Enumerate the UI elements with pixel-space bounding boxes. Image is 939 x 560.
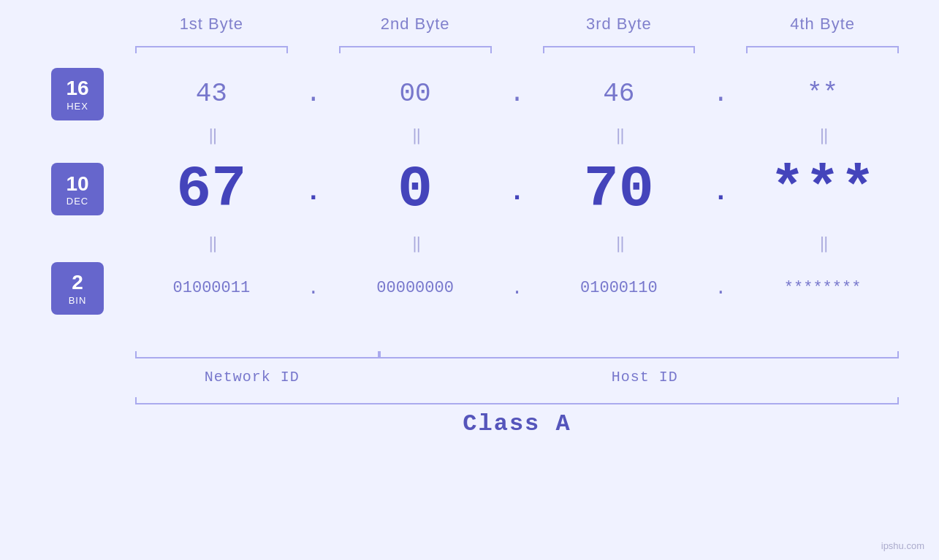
eq1-b2: ‖ — [412, 126, 419, 145]
bin-dot2: . — [512, 277, 523, 299]
hex-b1: 43 — [196, 79, 227, 109]
bin-b2: 00000000 — [376, 279, 454, 297]
bin-b3: 01000110 — [580, 279, 658, 297]
eq2-b2: ‖ — [412, 234, 419, 253]
watermark: ipshu.com — [881, 540, 924, 551]
hex-b4: ** — [807, 79, 838, 109]
dec-b4: *** — [770, 156, 875, 223]
hex-b2: 00 — [400, 79, 431, 109]
equals-row-1: ‖ ‖ ‖ ‖ — [29, 121, 910, 149]
host-id-label: Host ID — [612, 369, 678, 386]
hex-b3: 46 — [603, 79, 634, 109]
dec-dot2: . — [509, 177, 525, 207]
bin-b1: 01000011 — [173, 279, 251, 297]
eq2-b4: ‖ — [819, 234, 826, 253]
bin-dot1: . — [308, 277, 319, 299]
hex-dot1: . — [305, 79, 322, 109]
byte4-header: 4th Byte — [735, 15, 910, 34]
dec-dot3: . — [712, 177, 729, 207]
eq2-b3: ‖ — [615, 234, 622, 253]
dec-row: 10 DEC 67 . 0 . 70 . *** — [29, 149, 910, 229]
hex-badge: 16 HEX — [51, 68, 104, 120]
bin-row: 2 BIN 01000011 . 00000000 . 01000110 . *… — [29, 257, 910, 319]
byte3-header: 3rd Byte — [532, 15, 707, 34]
eq1-b4: ‖ — [819, 126, 826, 145]
hex-row: 16 HEX 43 . 00 . 46 . ** — [29, 66, 910, 121]
eq1-b3: ‖ — [615, 126, 622, 145]
equals-row-2: ‖ ‖ ‖ ‖ — [29, 229, 910, 257]
eq2-b1: ‖ — [208, 234, 215, 253]
dec-dot1: . — [305, 177, 322, 207]
bin-dot3: . — [715, 277, 726, 299]
class-label: Class A — [463, 410, 571, 437]
network-id-label: Network ID — [205, 369, 300, 386]
main-container: 1st Byte 2nd Byte 3rd Byte 4th Byte — [0, 0, 939, 560]
dec-b3: 70 — [584, 156, 654, 223]
dec-badge: 10 DEC — [51, 163, 104, 215]
eq1-b1: ‖ — [208, 126, 215, 145]
bin-b4: ******** — [784, 279, 862, 297]
byte2-header: 2nd Byte — [328, 15, 503, 34]
dec-b1: 67 — [176, 156, 246, 223]
bin-badge: 2 BIN — [51, 262, 104, 315]
hex-dot3: . — [712, 79, 729, 109]
hex-dot2: . — [509, 79, 525, 109]
dec-b2: 0 — [398, 156, 433, 223]
byte1-header: 1st Byte — [124, 15, 299, 34]
